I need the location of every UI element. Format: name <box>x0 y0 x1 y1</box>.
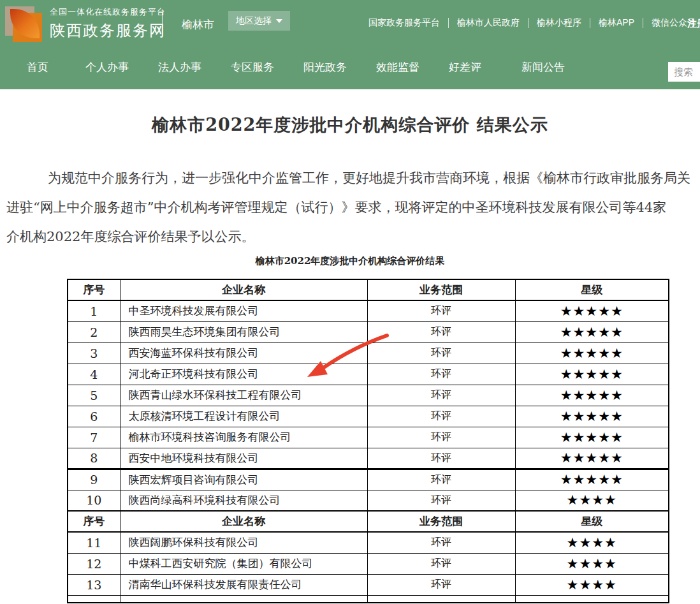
link-divider <box>643 18 643 28</box>
main-navbar: 首页个人办事法人办事专区服务阳光政务效能监督好差评新闻公告 <box>0 45 700 89</box>
announcement-paragraph: 为规范中介服务行为，进一步强化中介监管工作，更好地提升我市营商环境，根据《榆林市… <box>6 163 700 251</box>
column-header: 业务范围 <box>367 279 515 300</box>
star-rating: ★★★★ <box>515 574 669 595</box>
business-scope: 环评 <box>367 321 515 343</box>
table-row: 1中圣环境科技发展有限公司环评★★★★★ <box>68 300 669 321</box>
star-rating: ★★★★★ <box>515 385 669 406</box>
topbar-link[interactable]: 榆林市人民政府 <box>457 17 520 29</box>
column-header: 星级 <box>515 279 669 300</box>
table-header-row: 序号企业名称业务范围星级 <box>68 511 669 532</box>
row-number: 7 <box>68 427 120 448</box>
nav-item[interactable]: 首页 <box>27 60 56 75</box>
table-row: 8西安中地环境科技有限公司环评★★★★★ <box>68 448 669 469</box>
business-scope: 环评 <box>367 300 515 321</box>
paragraph-line: 为规范中介服务行为，进一步强化中介监管工作，更好地提升我市营商环境，根据《榆林市… <box>6 163 700 193</box>
table-row: 5陕西青山绿水环保科技工程有限公司环评★★★★★ <box>68 385 669 406</box>
row-number: 6 <box>68 406 120 427</box>
star-rating: ★★★★★ <box>515 364 669 385</box>
company-name: 陕西雨昊生态环境集团有限公司 <box>120 321 367 343</box>
empty-cell <box>68 595 120 603</box>
table-row: 12中煤科工西安研究院（集团）有限公司环评★★★★ <box>68 553 669 574</box>
star-rating: ★★★★★ <box>515 448 669 469</box>
company-name: 渭南华山环保科技发展有限责任公司 <box>120 574 367 595</box>
paragraph-line: 进驻“网上中介服务超市”中介机构考评管理规定（试行）》要求，现将评定的中圣环境科… <box>6 193 700 222</box>
search-box <box>668 62 700 82</box>
region-selector-button[interactable]: 地区选择 <box>228 11 290 31</box>
nav-list: 首页个人办事法人办事专区服务阳光政务效能监督好差评新闻公告 <box>27 45 594 89</box>
table-header-row: 序号企业名称业务范围星级 <box>68 279 669 300</box>
nav-item[interactable]: 阳光政务 <box>303 60 347 75</box>
row-number: 9 <box>68 469 120 490</box>
company-name: 西安海蓝环保科技有限公司 <box>120 343 367 364</box>
business-scope: 环评 <box>367 553 515 574</box>
topbar-link[interactable]: 国家政务服务平台 <box>368 17 440 29</box>
star-rating: ★★★★★ <box>515 300 669 321</box>
star-rating: ★★★★★ <box>515 427 669 448</box>
nav-item[interactable]: 法人办事 <box>158 60 201 75</box>
row-number: 4 <box>68 364 120 385</box>
business-scope: 环评 <box>367 532 515 553</box>
company-name: 河北奇正环境科技有限公司 <box>120 364 367 385</box>
company-name: 中圣环境科技发展有限公司 <box>120 300 367 321</box>
business-scope: 环评 <box>367 364 515 385</box>
results-table: 序号企业名称业务范围星级1中圣环境科技发展有限公司环评★★★★★2陕西雨昊生态环… <box>67 279 669 603</box>
row-number: 13 <box>68 574 120 595</box>
table-row: 6太原核清环境工程设计有限公司环评★★★★★ <box>68 406 669 427</box>
table-row: 2陕西雨昊生态环境集团有限公司环评★★★★★ <box>68 321 669 343</box>
business-scope: 环评 <box>367 385 515 406</box>
star-rating: ★★★★★ <box>515 406 669 427</box>
company-name: 中煤科工西安研究院（集团）有限公司 <box>120 553 367 574</box>
star-rating: ★★★★★ <box>515 469 669 490</box>
nav-item[interactable]: 好差评 <box>449 60 492 75</box>
empty-cell <box>120 595 367 603</box>
company-name: 陕西尚绿高科环境科技有限公司 <box>120 490 367 511</box>
row-number: 5 <box>68 385 120 406</box>
table-row: 7榆林市环境科技咨询服务有限公司环评★★★★★ <box>68 427 669 448</box>
site-logo[interactable] <box>5 5 45 42</box>
table-caption: 榆林市2022年度涉批中介机构综合评价结果 <box>0 255 700 267</box>
register-link[interactable]: 注册 <box>687 18 700 30</box>
link-divider <box>448 18 449 28</box>
empty-cell <box>515 595 669 603</box>
row-number: 8 <box>68 448 120 469</box>
column-header: 业务范围 <box>367 511 515 532</box>
announcement-article: 榆林市2022年度涉批中介机构综合评价 结果公示 为规范中介服务行为，进一步强化… <box>0 114 700 603</box>
row-number: 11 <box>68 532 120 553</box>
column-header: 序号 <box>68 511 120 532</box>
paragraph-line: 介机构2022年度综合评价结果予以公示。 <box>6 222 700 251</box>
brand-divider <box>162 11 163 36</box>
column-header: 企业名称 <box>120 511 367 532</box>
business-scope: 环评 <box>367 427 515 448</box>
row-number: 2 <box>68 321 120 343</box>
topbar-link[interactable]: 榆林APP <box>599 17 634 29</box>
company-name: 榆林市环境科技咨询服务有限公司 <box>120 427 367 448</box>
business-scope: 环评 <box>367 343 515 364</box>
chevron-down-icon <box>276 19 282 23</box>
brand-block: 全国一体化在线政务服务平台 陕西政务服务网 <box>50 6 166 41</box>
table-row: 4河北奇正环境科技有限公司环评★★★★★ <box>68 364 669 385</box>
row-number: 10 <box>68 490 120 511</box>
star-rating: ★★★★★ <box>515 321 669 343</box>
business-scope: 环评 <box>367 574 515 595</box>
table-row <box>68 595 669 603</box>
company-name: 陕西青山绿水环保科技工程有限公司 <box>120 385 367 406</box>
nav-item[interactable]: 专区服务 <box>231 60 274 75</box>
nav-item[interactable]: 效能监督 <box>376 60 419 75</box>
column-header: 企业名称 <box>120 279 367 300</box>
page-title: 榆林市2022年度涉批中介机构综合评价 结果公示 <box>0 114 700 136</box>
nav-item[interactable]: 新闻公告 <box>521 60 565 75</box>
topbar-links: 国家政务服务平台榆林市人民政府榆林小程序榆林APP微信公众号 <box>368 0 696 45</box>
star-rating: ★★★★ <box>515 532 669 553</box>
table-row: 13渭南华山环保科技发展有限责任公司环评★★★★ <box>68 574 669 595</box>
company-name: 陕西阔鹏环保科技有限公司 <box>120 532 367 553</box>
company-name: 太原核清环境工程设计有限公司 <box>120 406 367 427</box>
business-scope: 环评 <box>367 490 515 511</box>
site-name: 陕西政务服务网 <box>50 20 166 41</box>
business-scope: 环评 <box>367 469 515 490</box>
star-rating: ★★★★★ <box>515 343 669 364</box>
search-input[interactable] <box>668 62 700 82</box>
topbar-link[interactable]: 榆林小程序 <box>537 17 581 29</box>
topbar: 全国一体化在线政务服务平台 陕西政务服务网 榆林市 地区选择 国家政务服务平台榆… <box>0 0 700 45</box>
nav-item[interactable]: 个人办事 <box>85 60 129 75</box>
page: 全国一体化在线政务服务平台 陕西政务服务网 榆林市 地区选择 国家政务服务平台榆… <box>0 0 700 604</box>
